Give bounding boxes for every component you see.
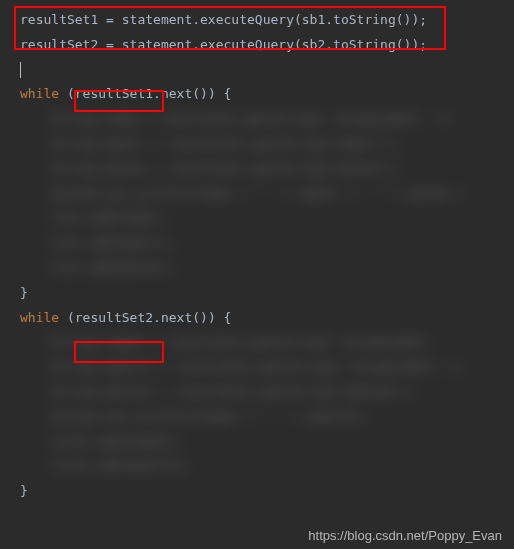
operator: =: [98, 37, 121, 52]
brace-open: ) {: [208, 310, 231, 325]
blurred-code-block-2: String name2 = resultSet2.getString( col…: [0, 330, 514, 479]
brace-open: ) {: [208, 86, 231, 101]
variable: resultSet2: [20, 37, 98, 52]
dot: .: [153, 86, 161, 101]
close-brace-1: }: [0, 281, 514, 306]
keyword-while: while: [20, 310, 59, 325]
method-call: executeQuery: [200, 37, 294, 52]
empty-line: [0, 58, 514, 83]
parens: (): [396, 37, 412, 52]
dot: .: [153, 310, 161, 325]
paren-open: (: [59, 86, 75, 101]
operator: =: [98, 12, 121, 27]
parens: (): [396, 12, 412, 27]
dot: .: [192, 12, 200, 27]
arg-method: toString: [333, 37, 396, 52]
paren-open: (: [294, 37, 302, 52]
paren-open: (: [294, 12, 302, 27]
arg-object: sb2: [302, 37, 325, 52]
parens: (): [192, 310, 208, 325]
semicolon: ;: [419, 12, 427, 27]
method-call: executeQuery: [200, 12, 294, 27]
while-loop-2: while (resultSet2.next()) {: [0, 306, 514, 331]
watermark-text: https://blog.csdn.net/Poppy_Evan: [308, 528, 502, 543]
code-line-2: resultSet2 = statement.executeQuery(sb2.…: [0, 33, 514, 58]
semicolon: ;: [419, 37, 427, 52]
arg-method: toString: [333, 12, 396, 27]
code-line-1: resultSet1 = statement.executeQuery(sb1.…: [0, 8, 514, 33]
brace-close: }: [20, 483, 28, 498]
variable: resultSet1: [75, 86, 153, 101]
dot: .: [325, 37, 333, 52]
method-call: next: [161, 310, 192, 325]
text-cursor: [20, 62, 21, 78]
close-brace-2: }: [0, 479, 514, 504]
method-call: next: [161, 86, 192, 101]
dot: .: [192, 37, 200, 52]
while-loop-1: while (resultSet1.next()) {: [0, 82, 514, 107]
keyword-while: while: [20, 86, 59, 101]
arg-object: sb1: [302, 12, 325, 27]
blurred-code-block-1: String name = resultSet1.getString( colu…: [0, 107, 514, 281]
variable: resultSet2: [75, 310, 153, 325]
brace-close: }: [20, 285, 28, 300]
object: statement: [122, 12, 192, 27]
object: statement: [122, 37, 192, 52]
parens: (): [192, 86, 208, 101]
variable: resultSet1: [20, 12, 98, 27]
paren-open: (: [59, 310, 75, 325]
dot: .: [325, 12, 333, 27]
